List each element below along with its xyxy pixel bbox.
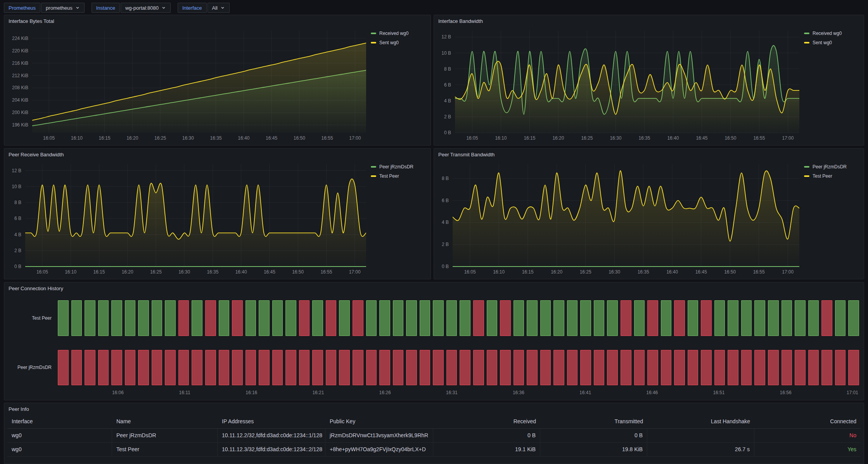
status-bar-disconnected [754,350,765,386]
y-axis-tick: 200 KiB [12,110,28,115]
status-bar-disconnected [393,350,404,386]
y-axis-tick: 208 KiB [12,85,28,90]
status-bar-disconnected [714,350,725,386]
y-axis-tick: 0 B [442,264,449,269]
status-bar-connected [366,300,377,336]
legend-series-swatch [804,166,809,168]
status-bar-connected [58,300,69,336]
column-header-name[interactable]: Name [112,415,218,429]
var-select-interface[interactable]: All [207,3,230,13]
column-header-last-handshake[interactable]: Last Handshake [647,415,754,429]
column-header-ip-addresses[interactable]: IP Addresses [218,415,325,429]
x-axis-tick: 16:26 [379,390,391,395]
x-axis-tick: 16:50 [292,269,304,275]
x-axis-tick: 16:15 [524,135,535,141]
timeseries-body: 12 B10 B8 B6 B4 B2 B0 B16:0516:1016:1516… [7,159,427,277]
status-bar-disconnected [835,350,846,386]
legend-item-test-peer[interactable]: Test Peer [804,173,861,179]
column-header-public-key[interactable]: Public Key [325,415,433,429]
x-axis-tick: 16:25 [580,269,591,275]
status-bar-disconnected [674,350,685,386]
status-bar-disconnected [178,350,189,386]
y-axis-tick: 212 KiB [12,73,28,78]
dashboard-grid: Interface Bytes Total 224 KiB220 KiB216 … [0,15,868,464]
y-axis-tick: 6 B [444,82,451,88]
status-bar-connected [795,300,806,336]
status-bar-disconnected [567,350,578,386]
legend-item-peer-jrzmdsdr[interactable]: Peer jRzmDsDR [371,164,427,170]
panel-title: Peer Connection History [4,282,864,292]
var-label-interface: Interface [178,3,207,13]
legend-series-swatch [371,175,376,177]
chart-area: 224 KiB220 KiB216 KiB212 KiB208 KiB204 K… [7,26,368,143]
y-axis-tick: 6 B [14,216,21,221]
status-bar-disconnected [111,350,122,386]
status-bar-connected [152,300,163,336]
cell-public-key: jRzmDsDRVnwCt13vsyamXherk9L9RhR [325,429,433,443]
cell-name: Peer jRzmDsDR [112,429,218,443]
status-bar-connected [165,300,176,336]
column-header-received[interactable]: Received [433,415,540,429]
column-header-connected[interactable]: Connected [754,415,861,429]
x-axis-tick: 16:55 [753,269,765,275]
status-bar-disconnected [379,350,390,386]
cell-ip-addresses: 10.11.12.3/32,fdfd:d3ad:c0de:1234::2/128 [218,443,325,457]
y-axis-tick: 6 B [442,198,449,203]
timeseries-body: 12 B10 B8 B6 B4 B2 B0 B16:0516:1016:1516… [437,26,861,143]
status-bar-disconnected [473,300,484,336]
status-bar-disconnected [527,350,538,386]
var-select-prometheus[interactable]: prometheus [41,3,85,13]
panel-peer-connection-history: Peer Connection History Test PeerPeer jR… [4,282,864,400]
x-axis-tick: 16:55 [320,269,332,275]
var-select-instance[interactable]: wg-portal:8080 [121,3,171,13]
panel-title: Interface Bytes Total [4,15,431,25]
legend-series-label: Peer jRzmDsDR [379,164,413,170]
y-axis-tick: 10 B [441,50,451,56]
cell-last-handshake: 26.7 s [647,443,754,457]
status-bar-disconnected [178,300,189,336]
plot-region: 12 B10 B8 B6 B4 B2 B0 B16:0516:1016:1516… [25,164,366,267]
plot-region: 8 B6 B4 B2 B0 B16:0516:1016:1516:2016:25… [453,164,799,267]
chevron-down-icon [75,5,80,10]
x-axis-tick: 16:10 [495,135,507,141]
status-bar-connected [594,300,605,336]
y-axis-tick: 0 B [444,130,451,135]
status-bar-disconnected [487,350,498,386]
x-axis-tick: 17:01 [847,390,858,395]
x-axis-tick: 16:20 [552,135,564,141]
legend-item-sent-wg0[interactable]: Sent wg0 [804,40,861,45]
legend-item-received-wg0[interactable]: Received wg0 [371,31,427,36]
status-bar-disconnected [594,350,605,386]
series-area-test-peer [25,179,366,267]
panel-title: Peer Receive Bandwidth [4,149,431,158]
status-bar-disconnected [553,350,564,386]
panel-peer-receive-bandwidth: Peer Receive Bandwidth 12 B10 B8 B6 B4 B… [4,148,431,279]
status-bar-connected [71,300,82,336]
x-axis-tick: 16:11 [179,390,190,395]
var-group-instance: Instance wg-portal:8080 [92,3,171,13]
status-bar-connected [192,300,202,336]
column-header-interface[interactable]: Interface [7,415,112,429]
legend-item-sent-wg0[interactable]: Sent wg0 [371,40,427,45]
x-axis-tick: 16:10 [71,135,83,141]
status-bar-disconnected [607,350,618,386]
x-axis-tick: 16:25 [154,135,166,141]
legend-item-peer-jrzmdsdr[interactable]: Peer jRzmDsDR [804,164,861,170]
x-axis-tick: 17:00 [782,269,794,275]
x-axis-tick: 16:50 [724,135,736,141]
status-bar-disconnected [540,350,551,386]
legend-item-received-wg0[interactable]: Received wg0 [804,31,861,36]
status-bar-disconnected [232,300,243,336]
status-bar-disconnected [674,300,685,336]
panel-title: Peer Info [4,403,864,413]
x-axis-tick: 16:21 [312,390,324,395]
status-bar-disconnected [98,350,109,386]
status-bar-disconnected [165,350,176,386]
status-bar-disconnected [621,350,631,386]
status-bar-connected [460,300,470,336]
column-header-transmitted[interactable]: Transmitted [540,415,647,429]
y-axis-tick: 2 B [442,242,449,247]
x-axis-tick: 16:31 [446,390,458,395]
status-bar-disconnected [353,350,363,386]
legend-item-test-peer[interactable]: Test Peer [371,173,427,179]
